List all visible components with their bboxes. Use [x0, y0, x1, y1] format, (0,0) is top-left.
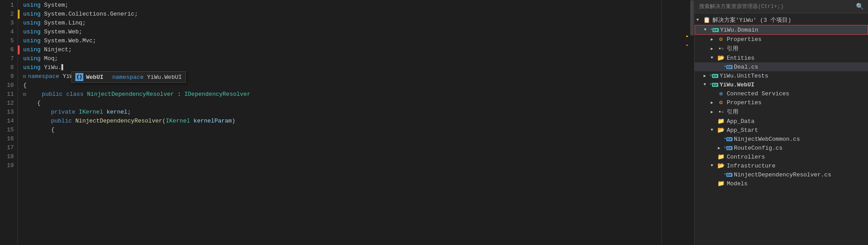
tree-label-app-data: App_Data	[727, 118, 754, 125]
code-token: using	[23, 10, 41, 19]
line-numbers: 12345678910111213141516171819	[0, 0, 18, 245]
tree-item-route-config[interactable]: ▶+C#RouteConfig.cs	[695, 143, 868, 152]
tree-icon-solution: 📋	[703, 16, 711, 24]
tree-item-references2[interactable]: ▶▪≡引用	[695, 107, 868, 117]
tree-icon-cs: +C#	[724, 63, 732, 70]
code-token: )	[232, 117, 235, 126]
code-token: using	[23, 63, 41, 72]
tree-label-ninject-dep: NinjectDependencyResolver.cs	[734, 172, 831, 178]
code-content[interactable]: using System;using System.Collections.Ge…	[18, 0, 661, 245]
tree-label-entities: Entities	[727, 55, 754, 61]
tree-expand-properties[interactable]: ▶	[711, 37, 717, 42]
tree-item-ninject-web[interactable]: +C#NinjectWebCommon.cs	[695, 135, 868, 143]
tree-item-app-data[interactable]: 📁App_Data	[695, 117, 868, 126]
tree-expand-yiwu-unit[interactable]: ▶	[704, 74, 710, 78]
code-token: using	[23, 54, 41, 63]
tree-item-yiwu-domain[interactable]: ▼+C#YiWu.Domain	[695, 25, 868, 35]
tree-item-connected-services[interactable]: ⊕Connected Services	[695, 89, 868, 98]
tree-label-properties2: Properties	[727, 99, 762, 106]
collapse-icon-12[interactable]: ⊟	[23, 90, 26, 99]
code-line-8[interactable]: using YiWu.▌	[23, 63, 661, 72]
code-token: kernelParam	[193, 117, 232, 126]
tree-label-connected-services: Connected Services	[727, 90, 789, 97]
tree-label-yiwu-unit: YiWu.UnitTests	[720, 73, 768, 79]
autocomplete-icon: {}	[75, 73, 83, 81]
code-token: using	[23, 19, 41, 28]
code-line-19[interactable]: {	[23, 126, 661, 135]
tree-item-app-start[interactable]: ▼📂App_Start	[695, 126, 868, 135]
ref-icon: ▪	[718, 109, 722, 115]
scrollbar[interactable]	[688, 0, 694, 245]
tree-expand-yiwu-domain[interactable]: ▼	[704, 28, 710, 32]
project-icon: C#	[712, 83, 718, 87]
tree-item-infrastructure[interactable]: ▼📂Infrastructure	[695, 161, 868, 170]
tree-icon-folder-open: 📂	[717, 54, 725, 61]
tree-expand-route-config[interactable]: ▶	[718, 146, 724, 151]
code-line-5[interactable]: using System.Web.Mvc;	[23, 37, 661, 45]
solution-search-label[interactable]: 搜索解决方案资源管理器(Ctrl+;)	[699, 3, 856, 10]
code-token	[63, 90, 66, 99]
tree-item-models[interactable]: 📁Models	[695, 179, 868, 188]
tree-icon-folder: 📁	[717, 118, 725, 125]
tree-label-solution: 解决方案'YiWu' (3 个项目)	[712, 16, 791, 24]
tree-item-references[interactable]: ▶▪≡引用	[695, 44, 868, 53]
scrollbar-track[interactable]	[688, 0, 694, 245]
code-token	[190, 117, 194, 126]
tree-item-entities[interactable]: ▼📂Entities	[695, 53, 868, 62]
autocomplete-item: WebUI	[86, 74, 103, 81]
code-line-7[interactable]: using Moq;	[23, 54, 661, 63]
tree-item-solution[interactable]: ▼📋解决方案'YiWu' (3 个项目)	[695, 15, 868, 25]
tree-expand-yiwu-webui[interactable]: ▼	[704, 82, 710, 87]
tree-label-references: 引用	[727, 45, 738, 53]
code-line-6[interactable]: using Ninject;	[23, 45, 661, 54]
tree-expand-app-start[interactable]: ▼	[711, 128, 717, 132]
tree-expand-properties2[interactable]: ▶	[711, 100, 717, 105]
tree-label-route-config: RouteConfig.cs	[734, 145, 782, 151]
code-line-1[interactable]: using System;	[23, 1, 661, 10]
autocomplete-popup[interactable]: {}WebUInamespace YiWu.WebUI	[71, 71, 186, 83]
code-token	[75, 108, 79, 117]
code-line-13[interactable]: {	[23, 99, 661, 108]
tree-expand-references2[interactable]: ▶	[711, 110, 717, 114]
scrollbar-thumb[interactable]	[690, 0, 694, 36]
code-token: IKernel	[79, 108, 103, 117]
code-editor: 12345678910111213141516171819 using Syst…	[0, 0, 694, 245]
code-token: System;	[41, 1, 68, 10]
code-token: System.Web;	[41, 28, 82, 37]
code-line-4[interactable]: using System.Web;	[23, 28, 661, 37]
tree-icon-connected: ⊕	[717, 90, 725, 97]
search-icon[interactable]: 🔍	[856, 3, 864, 10]
tree-expand-entities[interactable]: ▼	[711, 56, 717, 60]
autocomplete-hint-keyword: namespace	[112, 74, 147, 81]
tree-item-yiwu-unit[interactable]: ▶+C#YiWu.UnitTests	[695, 71, 868, 80]
tree-expand-infrastructure[interactable]: ▼	[711, 163, 717, 168]
tree-item-deal-cs[interactable]: +C#Deal.cs	[695, 62, 868, 71]
code-token: public	[51, 117, 72, 126]
code-line-3[interactable]: using System.Linq;	[23, 19, 661, 28]
tree-item-yiwu-webui[interactable]: ▼+C#YiWu.WebUI	[695, 80, 868, 89]
tree-icon-project: +C#	[710, 26, 718, 33]
tree-expand-references[interactable]: ▶	[711, 46, 717, 51]
tree-item-ninject-dep[interactable]: +C#NinjectDependencyResolver.cs	[695, 170, 868, 179]
code-token: public	[42, 90, 63, 99]
code-token: YiWu.	[41, 63, 61, 72]
collapse-icon-10[interactable]: ⊟	[23, 72, 26, 81]
code-token: {	[23, 81, 27, 90]
code-token: Ninject;	[41, 45, 72, 54]
code-line-12[interactable]: ⊟ public class NinjectDependencyResolver…	[23, 90, 661, 99]
tree-item-controllers[interactable]: 📁Controllers	[695, 152, 868, 161]
code-token: IDependencyResolver	[184, 90, 250, 99]
code-line-2[interactable]: using System.Collections.Generic;	[23, 10, 661, 19]
tree-icon-cs: +C#	[724, 171, 732, 178]
tree-item-properties[interactable]: ▶⚙Properties	[695, 35, 868, 44]
code-token: {	[23, 126, 54, 135]
code-token: NinjectDependencyResolver	[75, 117, 162, 126]
tree-label-properties: Properties	[727, 36, 762, 43]
solution-tree[interactable]: ▼📋解决方案'YiWu' (3 个项目)▼+C#YiWu.Domain▶⚙Pro…	[695, 13, 868, 245]
tree-item-properties2[interactable]: ▶⚙Properties	[695, 98, 868, 107]
tree-icon-properties: ⚙	[717, 36, 725, 43]
tree-expand-solution[interactable]: ▼	[696, 18, 703, 22]
code-line-16[interactable]: private IKernel kernel;	[23, 108, 661, 117]
tree-icon-folder-open: 📂	[717, 162, 725, 169]
code-line-18[interactable]: public NinjectDependencyResolver(IKernel…	[23, 117, 661, 126]
